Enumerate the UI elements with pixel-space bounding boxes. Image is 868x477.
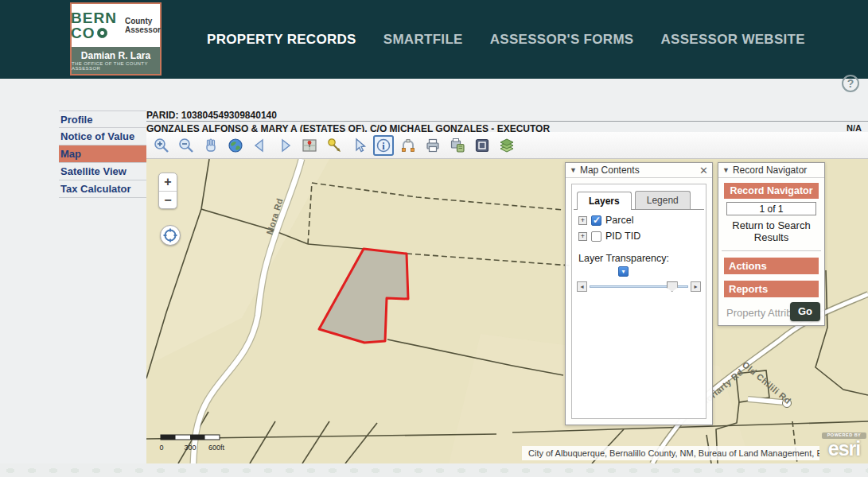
logo-top: BERN CO County Assessor: [72, 4, 160, 47]
logo-sub2: Assessor: [125, 25, 161, 34]
tab-legend[interactable]: Legend: [635, 191, 691, 209]
layer-label-parcel: Parcel: [605, 215, 633, 226]
zoom-out-icon: [177, 137, 195, 154]
parid-label: PARID: 103804549309840140: [146, 110, 277, 121]
logo-sub1: County: [125, 17, 161, 25]
expand-icon[interactable]: +: [578, 232, 587, 241]
map-contents-title: Map Contents: [580, 165, 640, 176]
tab-layers[interactable]: Layers: [577, 192, 632, 210]
assessor-office: THE OFFICE OF THE COUNTY ASSESSOR: [72, 61, 160, 71]
record-navigator-title: Record Navigator: [733, 165, 807, 176]
assessor-map-page: BERN CO County Assessor Damian R. Lara T…: [0, 0, 868, 477]
sidebar-item-notice-of-value[interactable]: Notice of Value: [59, 128, 146, 145]
sidebar-item-map[interactable]: Map: [59, 145, 146, 163]
pan-tool[interactable]: [200, 135, 221, 156]
assessor-name: Damian R. Lara: [81, 50, 150, 61]
zoom-out-tool[interactable]: [176, 135, 197, 156]
record-navigator-panel: ▼ Record Navigator Record Navigator 1 of…: [718, 162, 825, 326]
header-divider: [146, 121, 868, 122]
logo-line2: CO: [71, 25, 95, 41]
header: BERN CO County Assessor Damian R. Lara T…: [0, 0, 868, 79]
layer-tabs: Layers Legend: [572, 184, 706, 209]
sidebar-item-profile[interactable]: Profile: [59, 111, 146, 128]
zoom-in-icon: [153, 137, 170, 154]
transparency-slider: ◂ ▸: [572, 277, 706, 292]
hotlink-pin-icon: [325, 137, 343, 154]
help-icon[interactable]: ?: [842, 75, 859, 92]
esri-logo: POWERED BY esri: [822, 432, 866, 459]
pan-hand-icon: [202, 137, 220, 154]
scale-end: 600ft: [208, 444, 225, 452]
page-background: [0, 79, 59, 463]
zia-symbol-icon: [97, 28, 107, 38]
hotlink-tool[interactable]: [324, 135, 344, 156]
map-zoom-control: + −: [158, 173, 177, 209]
locate-button[interactable]: [160, 225, 181, 246]
zoom-full-extent-tool[interactable]: [225, 135, 246, 156]
go-button[interactable]: Go: [790, 302, 820, 321]
return-to-search-link[interactable]: Return to Search Results: [718, 219, 824, 243]
scale-mid: 300: [184, 444, 196, 452]
full-screen-tool[interactable]: [472, 135, 492, 156]
full-screen-icon: [473, 137, 491, 154]
sidebar-item-tax-calculator[interactable]: Tax Calculator: [59, 180, 146, 198]
collapse-icon[interactable]: ▼: [570, 166, 577, 174]
overview-map-tool[interactable]: [299, 135, 320, 156]
map-contents-header[interactable]: ▼ Map Contents ✕: [566, 163, 712, 178]
zoom-in-tool[interactable]: [151, 135, 172, 156]
slider-left-arrow[interactable]: ◂: [577, 281, 587, 292]
collapse-icon[interactable]: ▼: [722, 166, 730, 174]
layers-tool[interactable]: [496, 135, 517, 156]
record-position-input[interactable]: 1 of 1: [726, 202, 816, 215]
sidebar-item-satellite-view[interactable]: Satellite View: [59, 163, 146, 180]
expand-icon[interactable]: +: [578, 216, 587, 225]
map-zoom-out-button[interactable]: −: [159, 192, 177, 209]
map-zoom-in-button[interactable]: +: [159, 173, 177, 191]
nav-smartfile[interactable]: SMARTFILE: [383, 32, 463, 48]
esri-brand: esri: [822, 439, 866, 459]
identify-tool[interactable]: i: [373, 135, 394, 156]
bernco-logo[interactable]: BERN CO County Assessor Damian R. Lara T…: [70, 2, 162, 76]
print-tool[interactable]: [422, 135, 443, 156]
pid-tid-checkbox[interactable]: [591, 231, 601, 242]
parcel-checkbox[interactable]: [591, 215, 601, 226]
record-navigator-bar: Record Navigator: [724, 183, 819, 199]
next-extent-tool[interactable]: [274, 135, 295, 156]
record-navigator-header[interactable]: ▼ Record Navigator: [718, 163, 824, 178]
divider: [722, 250, 821, 251]
measure-icon: [399, 137, 417, 154]
previous-arrow-icon: [251, 137, 269, 154]
identify-icon: i: [375, 137, 392, 154]
measure-tool[interactable]: [398, 135, 418, 156]
previous-extent-tool[interactable]: [250, 135, 271, 156]
actions-section[interactable]: Actions: [724, 258, 819, 274]
map-attribution: City of Albuquerque, Bernalillo County, …: [522, 446, 819, 460]
map-toolbar: i: [146, 132, 868, 159]
layer-label-pid-tid: PID TID: [605, 231, 640, 242]
layers-icon: [498, 137, 516, 154]
footer-strip: [0, 463, 868, 477]
nav-property-records[interactable]: PROPERTY RECORDS: [207, 32, 356, 48]
scale-zero: 0: [159, 444, 163, 452]
sidebar: Profile Notice of Value Map Satellite Vi…: [59, 111, 146, 198]
transparency-label: Layer Transparency:: [572, 242, 706, 264]
print-map-icon: [449, 137, 466, 154]
slider-track[interactable]: [590, 281, 688, 292]
main-nav: PROPERTY RECORDS SMARTFILE ASSESSOR'S FO…: [207, 0, 805, 79]
reports-section[interactable]: Reports: [724, 281, 819, 297]
slider-right-arrow[interactable]: ▸: [691, 281, 701, 292]
logo-line1: BERN: [71, 10, 117, 25]
layer-row-pid-tid: + PID TID: [572, 226, 706, 242]
select-features-tool[interactable]: [348, 135, 369, 156]
target-icon: [162, 227, 178, 243]
transparency-dropdown[interactable]: ▾: [618, 266, 629, 277]
layer-row-parcel: + Parcel: [572, 210, 706, 226]
printer-icon: [424, 137, 442, 154]
nav-assessors-forms[interactable]: ASSESSOR'S FORMS: [490, 32, 634, 48]
print-map-tool[interactable]: [447, 135, 468, 156]
nav-assessor-website[interactable]: ASSESSOR WEBSITE: [660, 32, 804, 48]
next-arrow-icon: [276, 137, 294, 154]
globe-icon: [227, 137, 244, 154]
close-icon[interactable]: ✕: [699, 165, 708, 176]
slider-thumb[interactable]: [667, 281, 678, 292]
